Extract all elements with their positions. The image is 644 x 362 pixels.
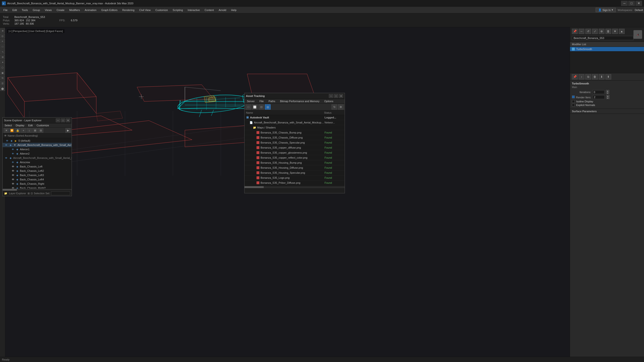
left-tool-10[interactable]: ⧉	[0, 76, 5, 80]
at-tex-chassis-diffuse[interactable]: Bonanza_S35_Chassis_Diffuse.png Found	[244, 135, 345, 140]
left-tool-4[interactable]: □	[0, 44, 5, 49]
tree-item-back-chassis-right2[interactable]: 👁 ◈ Back_Chassis_Right2	[3, 186, 72, 189]
at-tree[interactable]: 🏛 Autodesk Vault Logged... 📄 Aircraft_Be…	[244, 115, 345, 186]
se-scrollbar[interactable]	[3, 189, 72, 190]
at-tex-housing-bump[interactable]: Bonanza_S35_Housing_Bump.png Found	[244, 160, 345, 165]
at-tex-housing-specular[interactable]: Bonanza_S35_Housing_Specular.png Found	[244, 170, 345, 175]
menu-help[interactable]: Help	[229, 7, 239, 13]
tree-item-back-chassis-left4[interactable]: 👁 ◈ Back_Chassis_Left4	[3, 177, 72, 182]
render-iters-input[interactable]	[593, 95, 605, 99]
se-tool-lock[interactable]: 🔒	[15, 128, 20, 133]
rp-tool-5[interactable]: ⊕	[599, 29, 604, 34]
at-tex-housing-diffuse[interactable]: Bonanza_S35_Housing_Diffuse.png Found	[244, 165, 345, 170]
maximize-button[interactable]: □	[628, 1, 635, 6]
se-menu-select[interactable]: Select	[3, 123, 14, 127]
explicit-normals-checkbox[interactable]	[572, 104, 575, 106]
viewport-area[interactable]: [+] [Perspective] [User Defined] [Edged …	[5, 27, 570, 362]
tree-item-aircraft-child[interactable]: 👁 ◈ Aircraft_Beechcraft_Bonanza_with_Sma…	[3, 156, 72, 160]
at-tool-1[interactable]: □	[246, 104, 251, 110]
se-tree[interactable]: 👁 ◈ ▶ 0 (default) 👁 ◈ ▼ Aircraft_Beechcr…	[3, 138, 72, 189]
se-maximize-button[interactable]: □	[61, 118, 65, 122]
iterations-up[interactable]: ▲	[606, 90, 609, 92]
at-minimize-button[interactable]: ─	[329, 94, 333, 98]
at-tex-chassis-bump[interactable]: Bonanza_S35_Chassis_Bump.png Found	[244, 130, 345, 135]
isoline-checkbox[interactable]	[572, 100, 575, 103]
at-maximize-button[interactable]: □	[334, 94, 338, 98]
mod-tool-delete[interactable]: 🗑	[592, 74, 598, 79]
tree-item-back-chassis-left3[interactable]: 👁 ◈ Back_Chassis_Left3	[3, 173, 72, 177]
left-tool-5[interactable]: ∿	[0, 49, 5, 54]
at-menu-options[interactable]: Options	[322, 99, 336, 103]
se-close-button[interactable]: ✕	[66, 118, 70, 122]
at-tex-logo[interactable]: Bonanza_S35_Logo.png Found	[244, 175, 345, 180]
tree-item-back-chassis-right[interactable]: 👁 ◈ Back_Chassis_Right	[3, 182, 72, 186]
left-tool-11[interactable]: ☰	[0, 81, 5, 86]
render-iters-down[interactable]: ▼	[606, 97, 610, 99]
mod-tool-collapse[interactable]: ⬇	[599, 74, 604, 79]
rp-tool-scale[interactable]: ⤢	[592, 29, 598, 34]
at-tool-3[interactable]: ⊡	[258, 104, 264, 110]
at-menu-file[interactable]: File	[257, 99, 266, 103]
rp-tool-6[interactable]: 🗑	[606, 29, 611, 34]
rp-tool-8[interactable]: ▲	[619, 29, 624, 34]
iterations-down[interactable]: ▼	[606, 92, 609, 94]
se-tool-filter[interactable]: 🔽	[9, 128, 14, 133]
menu-edit[interactable]: Edit	[10, 7, 20, 13]
iterations-input[interactable]	[592, 90, 604, 94]
at-menu-bitmap[interactable]: Bitmap Performance and Memory	[278, 99, 322, 103]
minimize-button[interactable]: ─	[621, 1, 628, 6]
scene-explorer-titlebar[interactable]: Scene Explorer - Layer Explorer ─ □ ✕	[3, 117, 72, 123]
menu-file[interactable]: File	[1, 7, 10, 13]
at-input-bar[interactable]	[244, 188, 345, 193]
render-iters-checkbox[interactable]	[572, 95, 575, 98]
tree-item-aileron2[interactable]: 👁 ◈ Aileron2	[3, 151, 72, 156]
selection-set-input[interactable]	[51, 191, 70, 195]
menu-animation[interactable]: Animation	[82, 7, 99, 13]
menu-scripting[interactable]: Scripting	[170, 7, 185, 13]
mod-tool-pin[interactable]: 📌	[572, 74, 578, 79]
menu-interactive[interactable]: Interactive	[185, 7, 202, 13]
left-tool-2[interactable]: ◎	[0, 33, 5, 38]
se-menu-customize[interactable]: Customize	[35, 123, 51, 127]
menu-arnold[interactable]: Arnold	[216, 7, 229, 13]
tree-item-aileron1[interactable]: 👁 ◈ Aileron1	[3, 147, 72, 151]
at-menu-paths[interactable]: Paths	[266, 99, 278, 103]
menu-content[interactable]: Content	[202, 7, 216, 13]
left-tool-3[interactable]: ≡	[0, 39, 5, 43]
se-menu-display[interactable]: Display	[14, 123, 26, 127]
left-tool-6[interactable]: ⊞	[0, 54, 5, 59]
at-titlebar[interactable]: Asset Tracking ─ □ ✕	[244, 93, 345, 99]
tree-item-layer0[interactable]: 👁 ◈ ▶ 0 (default)	[3, 139, 72, 143]
at-scrollbar[interactable]	[244, 186, 345, 188]
tree-item-back-chassis-left[interactable]: 👁 ◈ Back_Chassis_Left	[3, 164, 72, 169]
menu-customize[interactable]: Customize	[153, 7, 170, 13]
rp-tool-move[interactable]: ↔	[578, 29, 584, 34]
at-maps-folder[interactable]: 📁 Maps / Shaders	[244, 125, 345, 130]
at-scrollbar-thumb[interactable]	[244, 186, 264, 188]
menu-rendering[interactable]: Rendering	[120, 7, 137, 13]
left-tool-7[interactable]: ✦	[0, 60, 5, 65]
se-minimize-button[interactable]: ─	[56, 118, 60, 122]
menu-create[interactable]: Create	[54, 7, 67, 13]
se-tool-scroll-right[interactable]: ▶	[66, 128, 71, 133]
at-tex-chassis-specular[interactable]: Bonanza_S35_Chassis_Specular.png Found	[244, 140, 345, 145]
rp-tool-pin[interactable]: 📌	[572, 29, 578, 34]
at-tex-pribor[interactable]: Bonanza_S35_Pribor_Diffuse.png Found	[244, 180, 345, 185]
at-menu-server[interactable]: Server	[244, 99, 257, 103]
scene-canvas[interactable]: [+] [Perspective] [User Defined] [Edged …	[5, 27, 570, 362]
se-tool-add[interactable]: +	[21, 128, 26, 133]
at-vault-item[interactable]: 🏛 Autodesk Vault Logged...	[244, 115, 345, 120]
se-tool-x[interactable]: ✕	[4, 128, 9, 133]
rp-tool-7[interactable]: ▼	[612, 29, 618, 34]
se-tool-expand[interactable]: ⊞	[32, 128, 38, 133]
menu-group[interactable]: Group	[30, 7, 42, 13]
sign-in-button[interactable]: 👤 Sign In ▾	[596, 8, 616, 12]
modifier-turbosmooth[interactable]: TurboSmooth	[570, 47, 644, 51]
left-tool-9[interactable]: ▣	[0, 70, 5, 75]
tree-item-back-chassis-left2[interactable]: 👁 ◈ Back_Chassis_Left2	[3, 169, 72, 173]
at-tex-copper-reflect[interactable]: Bonanza_S35_copper_reflect_color.png Fou…	[244, 155, 345, 160]
se-tool-sort[interactable]: ↕	[26, 128, 32, 133]
left-tool-8[interactable]: ⬡	[0, 65, 5, 70]
at-tool-settings[interactable]: ⚙	[338, 104, 344, 110]
at-close-button[interactable]: ✕	[339, 94, 343, 98]
